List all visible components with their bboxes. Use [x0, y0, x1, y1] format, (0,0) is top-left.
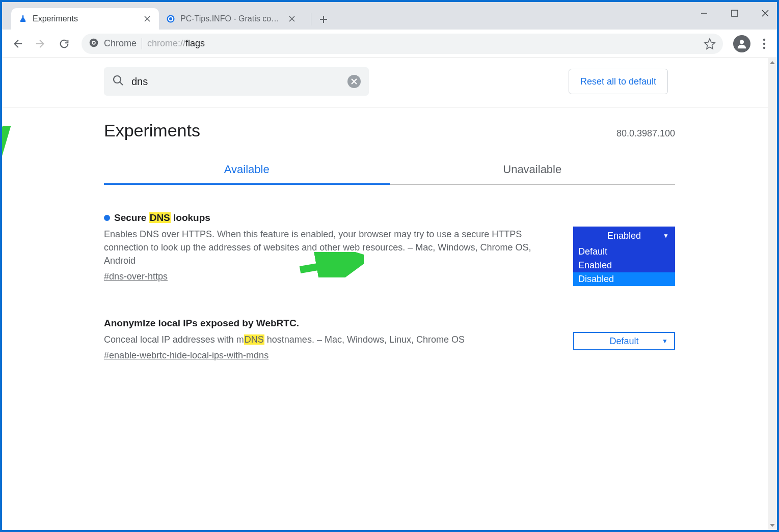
clear-search-icon[interactable] — [347, 75, 361, 88]
reload-button[interactable] — [54, 34, 74, 54]
flag-description: Conceal local IP addresses with mDNS hos… — [104, 333, 558, 346]
flag-anchor-link[interactable]: #enable-webrtc-hide-local-ips-with-mdns — [104, 350, 268, 361]
modified-dot-icon — [104, 215, 110, 221]
window-maximize-icon[interactable] — [726, 5, 743, 22]
tab-title: Experiments — [33, 14, 78, 23]
scroll-down-icon[interactable] — [768, 521, 777, 530]
page-content: Reset all to default Experiments 80.0.39… — [2, 58, 777, 530]
chrome-version: 80.0.3987.100 — [616, 128, 675, 139]
svg-point-2 — [169, 17, 172, 20]
divider — [142, 38, 142, 49]
select-value: Default — [609, 336, 638, 347]
flag-item: Secure DNS lookups Enables DNS over HTTP… — [104, 212, 675, 282]
chevron-down-icon: ▼ — [663, 232, 669, 239]
tab-available[interactable]: Available — [104, 156, 390, 185]
tab-unavailable[interactable]: Unavailable — [390, 156, 676, 185]
url-chip: Chrome — [104, 38, 137, 49]
back-button[interactable] — [7, 34, 28, 54]
flask-icon — [18, 14, 28, 23]
svg-point-7 — [740, 40, 744, 44]
address-bar[interactable]: Chrome chrome://flags — [82, 34, 723, 54]
svg-point-8 — [763, 38, 765, 40]
flag-select[interactable]: Enabled ▼ — [573, 227, 675, 245]
browser-tab-inactive[interactable]: PC-Tips.INFO - Gratis computer t — [159, 8, 307, 30]
globe-icon — [166, 14, 175, 23]
close-tab-icon[interactable] — [143, 14, 152, 23]
annotation-arrow-icon — [2, 126, 12, 172]
select-option[interactable]: Default — [573, 245, 675, 259]
flag-title: Secure DNS lookups — [104, 212, 558, 223]
flag-anchor-link[interactable]: #dns-over-https — [104, 271, 168, 282]
tab-title: PC-Tips.INFO - Gratis computer t — [180, 14, 282, 23]
chrome-icon — [89, 38, 99, 50]
search-icon — [112, 74, 124, 89]
browser-tab-active[interactable]: Experiments — [11, 8, 159, 30]
flag-item: Anonymize local IPs exposed by WebRTC. C… — [104, 318, 675, 361]
flags-search-input[interactable] — [131, 76, 340, 88]
svg-point-6 — [93, 41, 95, 43]
flag-select-dropdown: Default Enabled Disabled — [573, 245, 675, 286]
profile-avatar[interactable] — [733, 35, 750, 52]
svg-point-9 — [763, 42, 765, 44]
flags-search-box[interactable] — [104, 67, 369, 96]
browser-menu-icon[interactable] — [757, 36, 772, 51]
window-minimize-icon[interactable] — [695, 5, 713, 22]
svg-point-10 — [763, 46, 765, 48]
select-value: Enabled — [607, 231, 641, 241]
select-option[interactable]: Disabled — [573, 272, 675, 286]
svg-point-11 — [114, 76, 121, 83]
select-option[interactable]: Enabled — [573, 259, 675, 272]
bookmark-star-icon[interactable] — [704, 38, 716, 50]
chevron-down-icon: ▼ — [662, 338, 668, 345]
browser-toolbar: Chrome chrome://flags — [2, 30, 777, 58]
scroll-up-icon[interactable] — [768, 58, 777, 67]
tab-divider — [311, 13, 311, 25]
new-tab-button[interactable] — [315, 11, 332, 27]
flags-topbar: Reset all to default — [2, 58, 777, 107]
reset-all-button[interactable]: Reset all to default — [569, 69, 668, 94]
window-titlebar: Experiments PC-Tips.INFO - Gratis comput… — [2, 2, 777, 30]
flag-title: Anonymize local IPs exposed by WebRTC. — [104, 318, 558, 329]
window-close-icon[interactable] — [757, 5, 774, 22]
page-title: Experiments — [104, 121, 200, 141]
flag-select[interactable]: Default ▼ — [573, 332, 675, 350]
flag-description: Enables DNS over HTTPS. When this featur… — [104, 228, 558, 267]
flags-tabs: Available Unavailable — [104, 156, 675, 185]
url-text: chrome://flags — [147, 38, 205, 49]
close-tab-icon[interactable] — [287, 14, 297, 23]
svg-rect-3 — [732, 10, 738, 16]
scrollbar[interactable] — [768, 58, 777, 530]
forward-button[interactable] — [31, 34, 51, 54]
